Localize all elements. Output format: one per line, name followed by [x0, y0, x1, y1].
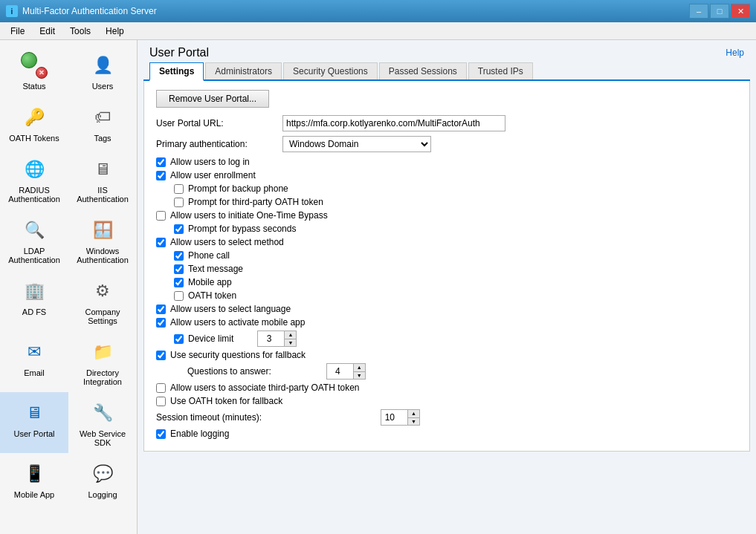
enable-logging-checkbox[interactable]: [156, 429, 166, 439]
oath-token-row: OATH token: [174, 290, 737, 301]
allow-one-time-bypass-checkbox[interactable]: [156, 211, 166, 221]
phone-call-label: Phone call: [188, 250, 230, 261]
questions-to-answer-spinbox[interactable]: ▲ ▼: [326, 363, 366, 380]
close-button[interactable]: ✕: [731, 4, 750, 19]
logging-icon: 💬: [89, 460, 116, 487]
allow-select-method-label: Allow users to select method: [170, 237, 284, 247]
prompt-backup-phone-checkbox[interactable]: [174, 184, 184, 194]
sidebar-item-users[interactable]: 👤 Users: [68, 45, 137, 97]
device-limit-up-button[interactable]: ▲: [285, 331, 296, 339]
tab-trusted-ips[interactable]: Trusted IPs: [468, 62, 533, 79]
sidebar-item-ad-fs[interactable]: 🏢 AD FS: [0, 270, 68, 331]
allow-select-language-row: Allow users to select language: [156, 304, 737, 314]
url-input[interactable]: [282, 115, 505, 131]
allow-user-enrollment-checkbox[interactable]: [156, 171, 166, 180]
prompt-third-party-oath-checkbox[interactable]: [174, 198, 184, 207]
tab-passed-sessions[interactable]: Passed Sessions: [379, 62, 467, 79]
allow-associate-oath-label: Allow users to associate third-party OAT…: [170, 382, 360, 393]
sidebar-item-mobile-app[interactable]: 📱 Mobile App: [0, 453, 68, 505]
sidebar-item-logging[interactable]: 💬 Logging: [68, 453, 137, 505]
device-limit-down-button[interactable]: ▼: [285, 339, 296, 347]
sidebar-label-status: Status: [22, 82, 45, 91]
tab-administrators[interactable]: Administrators: [205, 62, 282, 79]
tab-security-questions[interactable]: Security Questions: [283, 62, 378, 79]
sidebar-item-windows-auth[interactable]: 🪟 Windows Authentication: [68, 209, 137, 270]
questions-to-answer-label: Questions to answer:: [187, 366, 271, 377]
mobile-app-checkbox[interactable]: [174, 278, 184, 287]
restore-button[interactable]: □: [710, 4, 729, 19]
session-timeout-input[interactable]: [381, 410, 407, 425]
sidebar-label-users: Users: [92, 82, 114, 91]
sidebar-item-company-settings[interactable]: ⚙ Company Settings: [68, 270, 137, 331]
menu-file[interactable]: File: [3, 25, 32, 38]
remove-user-portal-button[interactable]: Remove User Portal...: [156, 90, 269, 108]
device-limit-input[interactable]: [258, 331, 284, 346]
iis-icon: 🖥: [89, 156, 116, 183]
sidebar-item-oath-tokens[interactable]: 🔑 OATH Tokens: [0, 97, 68, 149]
allow-users-login-checkbox[interactable]: [156, 157, 166, 167]
status-red-icon: ✕: [36, 67, 48, 79]
enable-logging-label: Enable logging: [170, 429, 229, 439]
portal-icon: 🖥: [21, 400, 48, 426]
menu-help[interactable]: Help: [98, 25, 132, 38]
prompt-bypass-seconds-row: Prompt for bypass seconds: [174, 224, 737, 234]
tab-bar: Settings Administrators Security Questio…: [143, 62, 750, 81]
menu-edit[interactable]: Edit: [32, 25, 62, 38]
primary-auth-select[interactable]: Windows Domain LDAP Authentication RADIU…: [282, 136, 431, 152]
sidebar-item-status[interactable]: ✕ Status: [0, 45, 68, 97]
sidebar-item-directory-integration[interactable]: 📁 Directory Integration: [68, 331, 137, 392]
allow-one-time-bypass-row: Allow users to initiate One-Time Bypass: [156, 210, 737, 221]
allow-select-language-checkbox[interactable]: [156, 305, 166, 314]
oath-token-label: OATH token: [188, 290, 236, 301]
sidebar-label-ldap: LDAP Authentication: [3, 247, 65, 264]
mobile-app-label: Mobile app: [188, 277, 232, 287]
phone-call-checkbox[interactable]: [174, 251, 184, 261]
session-timeout-up-button[interactable]: ▲: [408, 410, 419, 418]
prompt-backup-phone-row: Prompt for backup phone: [174, 183, 737, 194]
text-message-checkbox[interactable]: [174, 264, 184, 274]
settings-panel: Remove User Portal... User Portal URL: P…: [143, 81, 750, 452]
allow-users-login-label: Allow users to log in: [170, 157, 250, 167]
sidebar-label-windows: Windows Authentication: [71, 247, 134, 264]
status-green-icon: [21, 52, 37, 68]
sidebar-item-radius-auth[interactable]: 🌐 RADIUS Authentication: [0, 149, 68, 209]
questions-up-button[interactable]: ▲: [354, 364, 365, 372]
sidebar-item-ldap-auth[interactable]: 🔍 LDAP Authentication: [0, 209, 68, 270]
questions-down-button[interactable]: ▼: [354, 372, 365, 380]
sidebar-label-tags: Tags: [94, 134, 111, 143]
sidebar-item-email[interactable]: ✉ Email: [0, 331, 68, 392]
use-oath-fallback-label: Use OATH token for fallback: [170, 396, 282, 406]
tab-settings[interactable]: Settings: [149, 62, 204, 81]
app-icon: i: [6, 5, 18, 17]
sidebar-item-tags[interactable]: 🏷 Tags: [68, 97, 137, 149]
session-timeout-spinbox[interactable]: ▲ ▼: [381, 409, 420, 426]
sidebar-item-iis-auth[interactable]: 🖥 IIS Authentication: [68, 149, 137, 209]
sidebar-item-web-service-sdk[interactable]: 🔧 Web Service SDK: [68, 392, 137, 453]
oath-token-checkbox[interactable]: [174, 291, 184, 301]
sidebar-label-sdk: Web Service SDK: [71, 429, 134, 447]
sidebar-item-user-portal[interactable]: 🖥 User Portal: [0, 392, 68, 453]
allow-associate-oath-checkbox[interactable]: [156, 383, 166, 393]
mobile-app-row: Mobile app: [174, 277, 737, 287]
device-limit-spinbox[interactable]: ▲ ▼: [257, 331, 297, 347]
allow-user-enrollment-label: Allow user enrollment: [170, 170, 256, 180]
security-questions-checkbox[interactable]: [156, 351, 166, 360]
session-timeout-label: Session timeout (minutes):: [156, 412, 290, 423]
minimize-button[interactable]: –: [689, 4, 708, 19]
menu-tools[interactable]: Tools: [62, 25, 98, 38]
sidebar-label-mobile: Mobile App: [14, 490, 54, 499]
questions-to-answer-input[interactable]: [327, 364, 353, 379]
sidebar: ✕ Status 👤 Users 🔑 OATH Tokens: [0, 40, 138, 534]
device-limit-checkbox[interactable]: [174, 334, 184, 344]
allow-associate-oath-row: Allow users to associate third-party OAT…: [156, 382, 737, 393]
security-questions-label: Use security questions for fallback: [170, 350, 306, 360]
help-link[interactable]: Help: [726, 48, 744, 58]
mobile-icon: 📱: [21, 460, 48, 487]
use-oath-fallback-checkbox[interactable]: [156, 397, 166, 406]
prompt-bypass-seconds-checkbox[interactable]: [174, 224, 184, 234]
allow-activate-mobile-checkbox[interactable]: [156, 318, 166, 328]
session-timeout-down-button[interactable]: ▼: [408, 418, 419, 426]
allow-select-method-checkbox[interactable]: [156, 238, 166, 247]
company-icon: ⚙: [89, 278, 116, 305]
sdk-icon: 🔧: [89, 400, 116, 426]
